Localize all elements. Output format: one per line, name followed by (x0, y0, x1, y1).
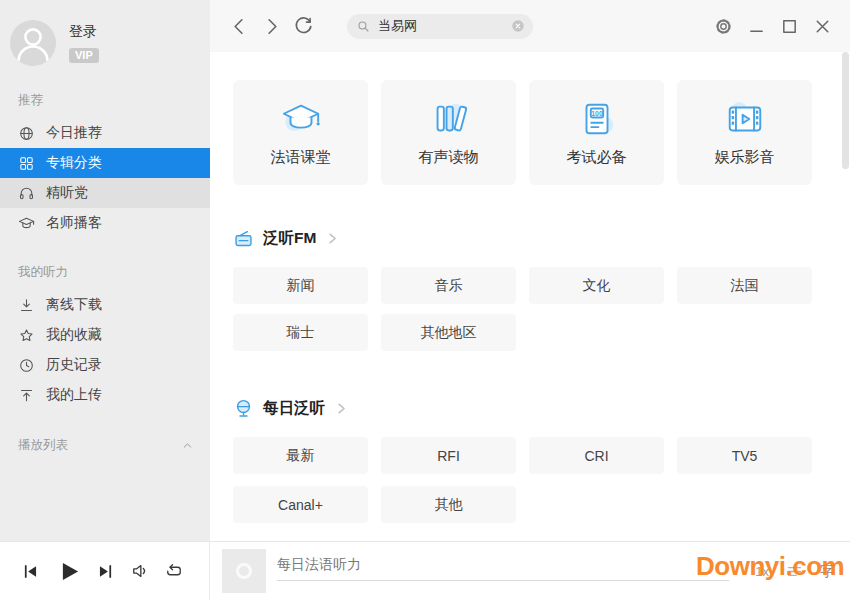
main-content: 法语课堂 有声读物 100 (210, 52, 850, 541)
app-window: 登录 VIP 推荐 今日推荐 专辑分类 精听党 (0, 0, 850, 600)
track-thumbnail[interactable] (222, 549, 266, 593)
sidebar-item-album-categories[interactable]: 专辑分类 (0, 148, 210, 178)
progress-bar[interactable] (277, 580, 729, 581)
film-play-icon (718, 98, 772, 140)
sidebar-item-label: 我的上传 (46, 386, 102, 404)
fm-tag-buttons: 新闻 音乐 文化 法国 瑞士 其他地区 (233, 267, 812, 351)
settings-button[interactable] (711, 14, 735, 38)
login-button[interactable]: 登录 (69, 23, 99, 41)
search-box[interactable] (347, 14, 533, 39)
clear-search-icon[interactable] (510, 18, 526, 34)
playlist-label: 播放列表 (18, 437, 68, 454)
sidebar-item-intensive-listening[interactable]: 精听党 (0, 178, 210, 208)
card-label: 有声读物 (419, 148, 479, 167)
tag-button-switzerland[interactable]: 瑞士 (233, 314, 368, 351)
chevron-left-icon (228, 15, 251, 38)
section-more-button[interactable] (335, 402, 348, 415)
card-entertainment-media[interactable]: 娱乐影音 (677, 80, 812, 185)
globe-icon (18, 125, 35, 142)
refresh-button[interactable] (292, 15, 315, 38)
sidebar-item-label: 名师播客 (46, 214, 102, 232)
close-button[interactable] (810, 14, 834, 38)
window-controls (711, 14, 834, 38)
tag-button-music[interactable]: 音乐 (381, 267, 516, 304)
svg-text:100: 100 (591, 110, 603, 117)
scrollbar-thumb[interactable] (842, 52, 849, 169)
sidebar-item-label: 精听党 (46, 184, 88, 202)
playlist-header: 播放列表 (18, 437, 194, 454)
sidebar-group-my-listening: 我的听力 (18, 264, 210, 281)
play-icon (55, 558, 82, 585)
sidebar-item-teacher-podcast[interactable]: 名师播客 (0, 208, 210, 238)
vip-badge[interactable]: VIP (69, 48, 99, 63)
sidebar-item-label: 我的收藏 (46, 326, 102, 344)
radio-icon (233, 228, 254, 249)
tag-button-culture[interactable]: 文化 (529, 267, 664, 304)
tag-button-latest[interactable]: 最新 (233, 437, 368, 474)
next-track-button[interactable] (96, 562, 115, 581)
minimize-button[interactable] (744, 14, 768, 38)
download-icon (18, 297, 35, 314)
tag-button-news[interactable]: 新闻 (233, 267, 368, 304)
maximize-button[interactable] (777, 14, 801, 38)
subtitle-button[interactable]: 字 (820, 562, 835, 581)
clock-icon (18, 357, 35, 374)
tag-button-other-regions[interactable]: 其他地区 (381, 314, 516, 351)
section-fm-header: 泛听FM (233, 227, 812, 249)
tag-button-other[interactable]: 其他 (381, 486, 516, 523)
card-audiobooks[interactable]: 有声读物 (381, 80, 516, 185)
refresh-icon (292, 15, 315, 38)
card-label: 考试必备 (567, 148, 627, 167)
playback-speed-button[interactable]: 1x (755, 564, 769, 579)
section-more-button[interactable] (326, 232, 339, 245)
upload-icon (18, 387, 35, 404)
tag-button-france[interactable]: 法国 (677, 267, 812, 304)
track-title: 每日法语听力 (277, 556, 361, 574)
card-label: 娱乐影音 (715, 148, 775, 167)
close-icon (812, 16, 833, 37)
tag-button-cri[interactable]: CRI (529, 437, 664, 474)
sidebar-item-label: 离线下载 (46, 296, 102, 314)
card-french-class[interactable]: 法语课堂 (233, 80, 368, 185)
search-icon (356, 19, 371, 34)
maximize-icon (779, 16, 800, 37)
tag-button-tv5[interactable]: TV5 (677, 437, 812, 474)
topbar (210, 0, 850, 52)
card-exam-essentials[interactable]: 100 考试必备 (529, 80, 664, 185)
sidebar-item-today-recommend[interactable]: 今日推荐 (0, 118, 210, 148)
minimize-icon (746, 16, 767, 37)
chevron-up-icon[interactable] (181, 439, 194, 452)
tag-button-rfi[interactable]: RFI (381, 437, 516, 474)
section-title: 每日泛听 (263, 398, 325, 419)
sidebar-item-label: 今日推荐 (46, 124, 102, 142)
grid-icon (18, 155, 35, 172)
sidebar-item-favorites[interactable]: 我的收藏 (0, 320, 210, 350)
back-button[interactable] (228, 15, 251, 38)
play-button[interactable] (55, 558, 82, 585)
category-cards: 法语课堂 有声读物 100 (233, 80, 812, 185)
previous-track-button[interactable] (21, 562, 40, 581)
speaker-icon (130, 561, 150, 581)
avatar[interactable] (10, 20, 56, 66)
books-icon (422, 98, 476, 140)
sidebar-item-offline-download[interactable]: 离线下载 (0, 290, 210, 320)
repeat-button[interactable] (164, 561, 184, 581)
desk-globe-icon (233, 398, 254, 419)
forward-button[interactable] (260, 15, 283, 38)
graduation-cap-icon (274, 98, 328, 140)
sidebar-item-history[interactable]: 历史记录 (0, 350, 210, 380)
volume-button[interactable] (130, 561, 150, 581)
next-icon (96, 562, 115, 581)
star-icon (18, 327, 35, 344)
search-input[interactable] (376, 18, 510, 35)
exam-score-100-icon: 100 (570, 98, 624, 140)
graduation-cap-icon (18, 215, 35, 232)
lyrics-button[interactable] (786, 563, 803, 580)
lines-icon (786, 563, 803, 580)
section-daily-header: 每日泛听 (233, 397, 812, 419)
daily-tag-buttons: 最新 RFI CRI TV5 Canal+ 其他 (233, 437, 812, 523)
previous-icon (21, 562, 40, 581)
tag-button-canal-plus[interactable]: Canal+ (233, 486, 368, 523)
chevron-right-icon (326, 232, 339, 245)
sidebar-item-my-uploads[interactable]: 我的上传 (0, 380, 210, 410)
